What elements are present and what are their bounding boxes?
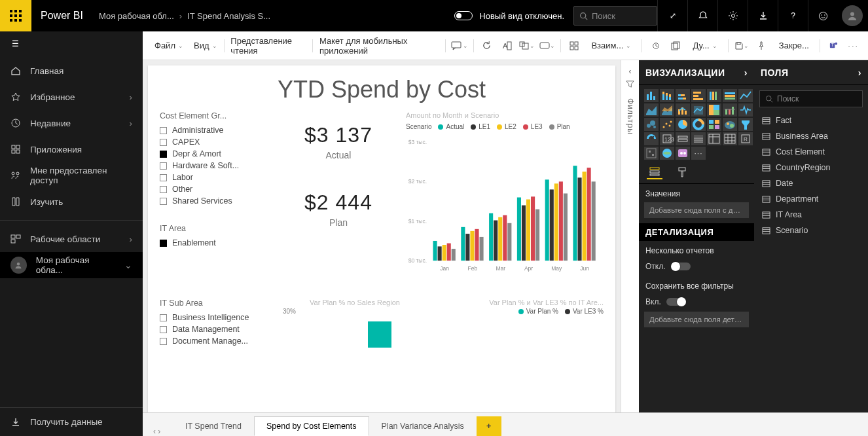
viz-type-icon[interactable] [738,118,753,131]
viz-type-icon[interactable] [738,103,753,117]
slicer-item[interactable]: Labor [160,172,271,183]
pane-header[interactable]: ВИЗУАЛИЗАЦИИ› [639,60,754,85]
viz-type-icon[interactable] [723,103,737,117]
help-icon[interactable]: ? [778,0,808,31]
field-table[interactable]: Date [754,175,868,191]
viz-type-icon[interactable] [660,89,674,102]
slicer-item[interactable]: Document Manage... [160,335,271,347]
global-search[interactable]: Поиск [573,6,657,26]
slicer-item[interactable]: Shared Services [160,195,271,207]
cross-report-toggle[interactable]: Откл. [639,259,754,276]
viz-type-icon[interactable] [644,89,659,102]
viz-type-icon[interactable] [691,132,706,145]
viz-type-icon[interactable] [644,132,659,145]
fullscreen-icon[interactable]: ⤢ [657,0,687,31]
slicer-item[interactable]: Data Management [160,323,271,335]
viz-type-icon[interactable] [644,103,659,117]
buttons-icon[interactable]: ⌄ [539,37,555,55]
viz-type-icon[interactable] [723,118,737,131]
add-page-tab[interactable]: + [477,416,501,436]
ribbon-menu[interactable]: Вид⌄ [189,41,223,50]
viz-type-icon[interactable]: R [738,132,753,145]
slicer-item[interactable]: Depr & Amort [160,148,271,160]
nav-star[interactable]: Избранное› [0,84,143,110]
viz-type-icon[interactable] [676,118,690,131]
viz-type-icon[interactable] [707,118,721,131]
nav-toggle[interactable]: ☰ [0,31,143,58]
field-table[interactable]: Business Area [754,128,868,144]
nav-book[interactable]: Изучить [0,189,143,215]
grid-icon[interactable] [566,37,583,55]
values-well[interactable]: Добавьте сюда поля с дан... [644,202,749,218]
comment-icon[interactable]: ⌄ [451,37,468,55]
field-table[interactable]: CountryRegion [754,160,868,175]
page-tab[interactable]: IT Spend Trend [173,416,254,436]
field-table[interactable]: Department [754,191,868,207]
fields-search[interactable]: Поиск [759,90,863,107]
nav-home[interactable]: Главная [0,58,143,84]
textbox-icon[interactable]: A [499,37,515,55]
viz-type-icon[interactable] [738,89,753,102]
viz-type-icon[interactable] [660,103,674,117]
report-canvas[interactable]: YTD Spend by Cost Cost Element Gr... Adm… [148,65,615,412]
teams-icon[interactable]: T [825,37,842,55]
field-table[interactable]: Fact [754,113,868,128]
nav-get-data[interactable]: Получить данные [0,407,143,436]
slicer-item[interactable]: Enablement [160,237,271,249]
page-tab[interactable]: Spend by Cost Elements [254,416,369,436]
feedback-icon[interactable] [808,0,838,31]
slicer-item[interactable]: Hardware & Soft... [160,160,271,172]
viz-type-icon[interactable]: ··· [691,147,706,160]
viz-type-icon[interactable] [676,103,690,117]
viz-type-icon[interactable] [691,89,706,102]
viz-type-icon[interactable] [644,118,659,131]
ribbon-pin-menu[interactable]: Закре... [774,41,814,50]
viz-type-icon[interactable] [723,132,737,145]
download-icon[interactable] [748,0,778,31]
nav-my-workspace[interactable]: Моя рабочая обла... ⌄ [0,252,143,278]
pane-header[interactable]: ПОЛЯ› [754,60,868,85]
keep-filters-toggle[interactable]: Вкл. [639,295,754,312]
breadcrumb-item[interactable]: Моя рабочая обл... [99,11,174,21]
viz-type-icon[interactable] [676,89,690,102]
app-launcher[interactable] [0,0,31,31]
viz-type-icon[interactable]: 123 [660,132,674,145]
slicer-item[interactable]: Administrative [160,124,271,136]
drillthrough-well[interactable]: Добавьте сюда поля дета... [644,312,749,327]
viz-type-icon[interactable] [691,118,706,131]
ribbon-menu[interactable]: Представление чтения [225,36,311,56]
viz-type-icon[interactable] [707,89,721,102]
ribbon-menu[interactable]: Файл⌄ [149,41,189,50]
fields-tab[interactable] [647,165,662,179]
format-tab[interactable] [674,165,690,179]
slicer-it-sub-area[interactable]: IT Sub Area Business IntelligenceData Ma… [160,299,271,350]
nav-workspaces[interactable]: Рабочие области › [0,226,143,252]
viz-type-icon[interactable] [676,147,690,160]
shapes-icon[interactable]: ⌄ [519,37,535,55]
field-table[interactable]: Scenario [754,223,868,238]
chart-var-plan-le3[interactable]: Var Plan % и Var LE3 % по IT Are... Var … [439,299,604,350]
slicer-item[interactable]: CAPEX [160,136,271,148]
notifications-icon[interactable] [687,0,717,31]
nav-share[interactable]: Мне предоставлен доступ [0,162,143,189]
user-avatar[interactable] [842,5,863,26]
viz-type-icon[interactable] [644,147,659,160]
tab-nav-arrows[interactable]: ‹ › [149,427,173,436]
pin-icon[interactable] [753,37,770,55]
filters-pane-collapsed[interactable]: ‹ Фильтры [621,60,639,412]
visualization-gallery[interactable]: 123R··· [639,85,754,162]
viz-type-icon[interactable] [676,132,690,145]
nav-apps[interactable]: Приложения [0,136,143,162]
slicer-item[interactable]: Business Intelligence [160,312,271,323]
ribbon-interactions[interactable]: Взаим...⌄ [586,41,636,50]
field-table[interactable]: IT Area [754,207,868,223]
page-tab[interactable]: Plan Variance Analysis [369,416,477,436]
slicer-it-area[interactable]: IT Area Enablement [160,224,271,249]
duplicate-icon[interactable] [668,37,684,55]
slicer-item[interactable]: Other [160,183,271,195]
refresh-icon[interactable] [479,37,495,55]
viz-type-icon[interactable] [723,89,737,102]
new-look-toggle[interactable] [454,11,473,20]
viz-type-icon[interactable] [691,103,706,117]
viz-type-icon[interactable] [707,132,721,145]
